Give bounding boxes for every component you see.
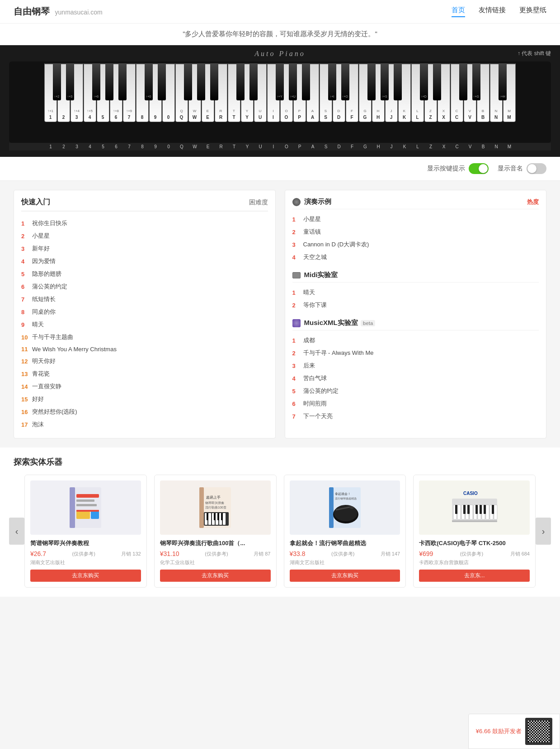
quick-song-item[interactable]: 9晴天 xyxy=(21,318,268,331)
quick-song-item[interactable]: 11We Wish You A Merry Christmas xyxy=(21,344,268,355)
svg-rect-39 xyxy=(470,505,473,519)
black-key[interactable] xyxy=(210,63,218,100)
black-key[interactable] xyxy=(158,63,166,100)
black-key[interactable] xyxy=(433,63,441,100)
midi-song-item[interactable]: 1晴天 xyxy=(292,286,539,299)
musicxml-song-item[interactable]: 6时间煎雨 xyxy=(292,397,539,410)
nav-links[interactable]: 友情链接 xyxy=(479,6,506,17)
quick-song-item[interactable]: 15好好 xyxy=(21,393,268,405)
black-key[interactable]: ↑+Y xyxy=(276,63,284,100)
carousel-left-arrow[interactable]: ‹ xyxy=(9,518,24,545)
song-title: 等你下课 xyxy=(303,301,327,309)
main-content: 快速入门 困难度 1祝你生日快乐2小星星3新年好4因为爱情5隐形的翅膀6蒲公英的… xyxy=(0,181,560,448)
note-name-toggle[interactable] xyxy=(527,163,546,174)
buy-button[interactable]: 去京东购买 xyxy=(160,570,271,582)
musicxml-song-item[interactable]: 7下一个天亮 xyxy=(292,410,539,423)
performance-song-item[interactable]: 4天空之城 xyxy=(292,251,539,264)
instrument-card: 超易上手 钢琴即兴弹奏 流行歌曲100首 钢琴即兴弹奏流行歌曲100首（... … xyxy=(154,475,277,588)
performance-panel: 演奏示例 热度 1小星星2童话镇3Cannon in D (D大调卡农)4天空之… xyxy=(285,190,547,438)
musicxml-song-item[interactable]: 3后来 xyxy=(292,359,539,372)
black-key[interactable] xyxy=(184,63,192,100)
black-key[interactable]: ↑+G xyxy=(472,63,480,100)
bottom-key-label: K xyxy=(398,144,411,149)
key-hints-toggle[interactable] xyxy=(469,163,489,174)
song-title: 千与千寻主题曲 xyxy=(32,333,73,341)
bottom-key-label: J xyxy=(385,144,398,149)
bottom-key-label: 6 xyxy=(110,144,123,149)
nav-home[interactable]: 首页 xyxy=(452,6,465,17)
bottom-key-label: U xyxy=(254,144,267,149)
publisher: 湖南文艺出版社 xyxy=(30,559,141,566)
black-key[interactable]: ↑+I xyxy=(328,63,336,100)
performance-song-item[interactable]: 1小星星 xyxy=(292,213,539,226)
quick-song-item[interactable]: 3新年好 xyxy=(21,242,268,255)
instrument-image: 拿起就会！ 流行钢琴曲超精选 xyxy=(290,480,400,535)
instrument-price-row: ¥699 (仅供参考) 月销 684 xyxy=(419,550,530,557)
quick-song-item[interactable]: 8同桌的你 xyxy=(21,306,268,318)
black-key[interactable] xyxy=(118,63,127,100)
song-title: 祝你生日快乐 xyxy=(32,219,67,227)
performance-song-item[interactable]: 3Cannon in D (D大调卡农) xyxy=(292,238,539,251)
song-number: 15 xyxy=(21,396,32,403)
svg-text:流行钢琴曲超精选: 流行钢琴曲超精选 xyxy=(335,497,357,500)
instrument-price-note: (仅供参考) xyxy=(205,551,228,557)
quick-song-item[interactable]: 14一直很安静 xyxy=(21,380,268,393)
black-key[interactable] xyxy=(249,63,258,100)
black-key[interactable]: ↑+H xyxy=(499,63,507,100)
logo-name: 自由钢琴 xyxy=(14,6,50,16)
svg-text:拿起就会！: 拿起就会！ xyxy=(335,492,351,496)
song-number: 2 xyxy=(292,350,303,357)
svg-rect-49 xyxy=(475,505,478,514)
black-key[interactable]: ↑+U xyxy=(289,63,297,100)
buy-button[interactable]: 去京东... xyxy=(419,570,530,582)
quote-text: "多少人曾爱慕你年轻时的容颜，可知谁愿承受岁月无情的变迁。" xyxy=(183,30,377,38)
black-key[interactable] xyxy=(302,63,310,100)
quick-song-item[interactable]: 1祝你生日快乐 xyxy=(21,217,268,230)
song-number: 2 xyxy=(292,302,303,309)
quick-song-item[interactable]: 17泡沫 xyxy=(21,418,268,431)
midi-title: Midi实验室 xyxy=(304,271,338,279)
quick-song-item[interactable]: 16突然好想你(选段) xyxy=(21,405,268,418)
bottom-key-label: T xyxy=(228,144,241,149)
musicxml-song-item[interactable]: 5蒲公英的约定 xyxy=(292,385,539,397)
black-key[interactable] xyxy=(236,63,245,100)
instrument-card: CASIO 卡西欧(CASIO)电子琴 CTK-2500 ¥699 xyxy=(413,475,536,588)
black-key[interactable] xyxy=(197,63,205,100)
quick-song-item[interactable]: 5隐形的翅膀 xyxy=(21,268,268,280)
nav-wallpaper[interactable]: 更换壁纸 xyxy=(519,6,546,17)
song-title: 后来 xyxy=(303,362,315,370)
quick-song-item[interactable]: 7纸短情长 xyxy=(21,293,268,306)
musicxml-song-item[interactable]: 4苦白气球 xyxy=(292,372,539,385)
quick-song-item[interactable]: 10千与千寻主题曲 xyxy=(21,331,268,344)
quick-song-item[interactable]: 4因为爱情 xyxy=(21,255,268,268)
black-key[interactable]: ↑+0 xyxy=(145,63,153,100)
quick-song-item[interactable]: 12明天你好 xyxy=(21,355,268,367)
bottom-key-label: A xyxy=(306,144,320,149)
black-key[interactable] xyxy=(459,63,467,100)
black-key[interactable] xyxy=(394,63,402,100)
black-key[interactable] xyxy=(367,63,376,100)
instruments-wrapper: ‹ 简谱钢琴即兴伴奏教程 ¥26.7 (仅供参考) 月销 132 湖南文艺出版社… xyxy=(14,475,546,588)
black-key[interactable] xyxy=(105,63,113,100)
svg-rect-52 xyxy=(492,505,494,514)
quick-song-item[interactable]: 6蒲公英的约定 xyxy=(21,280,268,293)
midi-song-item[interactable]: 2等你下课 xyxy=(292,299,539,311)
svg-rect-47 xyxy=(463,505,466,514)
black-key[interactable]: ↑+D xyxy=(420,63,428,100)
song-title: 童话镇 xyxy=(303,228,321,236)
performance-song-item[interactable]: 2童话镇 xyxy=(292,226,539,238)
black-key[interactable]: ↑+O xyxy=(341,63,349,100)
black-key[interactable]: ↑+2 xyxy=(53,63,61,100)
carousel-right-arrow[interactable]: › xyxy=(536,518,551,545)
instrument-name: 钢琴即兴弹奏流行歌曲100首（... xyxy=(160,539,271,547)
svg-text:钢琴即兴弹奏: 钢琴即兴弹奏 xyxy=(205,501,224,505)
musicxml-song-item[interactable]: 1成都 xyxy=(292,334,539,347)
musicxml-song-item[interactable]: 2千与千寻 - Always With Me xyxy=(292,347,539,359)
quick-song-item[interactable]: 2小星星 xyxy=(21,230,268,242)
quick-song-item[interactable]: 13青花瓷 xyxy=(21,367,268,380)
black-key[interactable]: ↑+S xyxy=(381,63,389,100)
black-key[interactable]: ↑+3 xyxy=(66,63,74,100)
buy-button[interactable]: 去京东购买 xyxy=(30,570,141,582)
buy-button[interactable]: 去京东购买 xyxy=(290,570,400,582)
black-key[interactable]: ↑+6 xyxy=(92,63,100,100)
